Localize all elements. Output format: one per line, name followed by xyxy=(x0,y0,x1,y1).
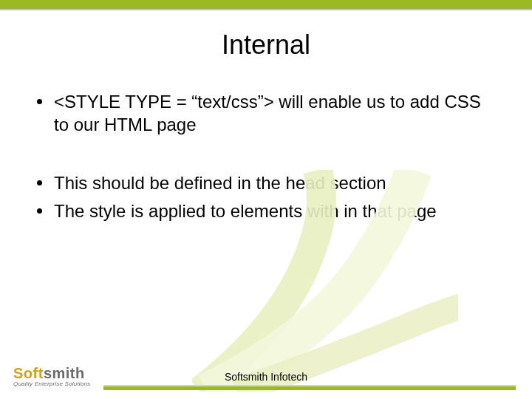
bullet-text: <STYLE TYPE = “text/css”> will enable us… xyxy=(54,90,495,136)
bullet-dot-icon xyxy=(37,99,42,104)
slide-title: Internal xyxy=(0,30,532,61)
bullet-item: This should be defined in the head secti… xyxy=(37,171,495,194)
bullet-dot-icon xyxy=(37,208,42,214)
footer-text: Softsmith Infotech xyxy=(0,371,532,383)
bullet-item: The style is applied to elements with in… xyxy=(37,200,495,222)
bottom-accent-bar xyxy=(103,386,516,390)
bullet-dot-icon xyxy=(37,180,42,185)
top-accent-bar xyxy=(0,0,532,9)
bullet-text: This should be defined in the head secti… xyxy=(54,171,386,194)
bullet-text: The style is applied to elements with in… xyxy=(54,200,437,222)
slide-body: <STYLE TYPE = “text/css”> will enable us… xyxy=(37,90,495,222)
bullet-item: <STYLE TYPE = “text/css”> will enable us… xyxy=(37,90,495,136)
